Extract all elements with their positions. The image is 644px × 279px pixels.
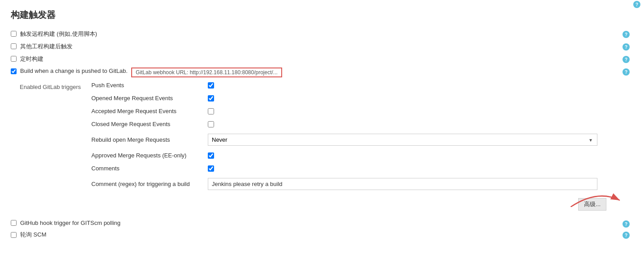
github-hook-help-icon[interactable]: ? bbox=[623, 220, 630, 228]
other-project-row: 其他工程构建后触发 ? bbox=[11, 42, 633, 51]
push-events-item: Push Events bbox=[91, 82, 633, 89]
opened-mr-label: Opened Merge Request Events bbox=[91, 95, 208, 101]
other-project-label: 其他工程构建后触发 bbox=[20, 42, 73, 51]
accepted-mr-item: Accepted Merge Request Events bbox=[91, 108, 633, 114]
scm-poll-label: 轮询 SCM bbox=[20, 231, 47, 239]
rebuild-mr-label: Rebuild open Merge Requests bbox=[91, 136, 208, 143]
github-hook-row: GitHub hook trigger for GITScm polling ? bbox=[11, 220, 633, 226]
approved-mr-checkbox[interactable] bbox=[208, 152, 214, 159]
closed-mr-checkbox[interactable] bbox=[208, 121, 214, 127]
accepted-mr-checkbox[interactable] bbox=[208, 108, 214, 114]
comment-regex-input[interactable] bbox=[208, 178, 597, 190]
page-title: 构建触发器 bbox=[11, 9, 633, 21]
gitlab-push-checkbox[interactable] bbox=[11, 68, 17, 74]
comment-regex-label: Comment (regex) for triggering a build bbox=[91, 181, 208, 187]
closed-mr-item: Closed Merge Request Events bbox=[91, 121, 633, 127]
comment-regex-help-icon[interactable]: ? bbox=[633, 1, 640, 8]
gitlab-triggers-section: Enabled GitLab triggers Push Events Open… bbox=[11, 82, 633, 196]
other-project-help-icon[interactable]: ? bbox=[623, 43, 630, 51]
github-hook-label: GitHub hook trigger for GITScm polling bbox=[20, 220, 120, 226]
scheduled-help-icon[interactable]: ? bbox=[623, 56, 630, 63]
gitlab-push-label: Build when a change is pushed to GitLab. bbox=[20, 68, 128, 74]
scheduled-label: 定时构建 bbox=[20, 55, 43, 63]
comments-checkbox[interactable] bbox=[208, 165, 214, 172]
accepted-mr-label: Accepted Merge Request Events bbox=[91, 108, 208, 114]
approved-mr-item: Approved Merge Requests (EE-only) bbox=[91, 152, 633, 159]
comment-regex-item: Comment (regex) for triggering a build ? bbox=[91, 178, 633, 190]
other-project-checkbox[interactable] bbox=[11, 43, 17, 49]
closed-mr-label: Closed Merge Request Events bbox=[91, 121, 208, 127]
approved-mr-label: Approved Merge Requests (EE-only) bbox=[91, 152, 208, 159]
scm-poll-checkbox[interactable] bbox=[11, 232, 17, 238]
rebuild-select[interactable]: Never On push to source branch On push t… bbox=[208, 134, 597, 146]
arrow-indicator bbox=[571, 185, 624, 207]
comment-row: ? bbox=[208, 178, 597, 190]
github-hook-checkbox[interactable] bbox=[11, 220, 17, 226]
scheduled-checkbox[interactable] bbox=[11, 56, 17, 62]
push-events-checkbox[interactable] bbox=[208, 82, 214, 89]
comments-item: Comments bbox=[91, 165, 633, 172]
scm-poll-row: 轮询 SCM ? bbox=[11, 231, 633, 239]
rebuild-mr-item: Rebuild open Merge Requests Never On pus… bbox=[91, 134, 633, 146]
remote-build-row: 触发远程构建 (例如,使用脚本) ? bbox=[11, 30, 633, 38]
comments-label: Comments bbox=[91, 165, 208, 172]
gitlab-push-help-icon[interactable]: ? bbox=[623, 68, 630, 76]
bottom-triggers: GitHub hook trigger for GITScm polling ?… bbox=[11, 220, 633, 239]
rebuild-select-wrapper: Never On push to source branch On push t… bbox=[208, 134, 597, 146]
webhook-url-box: GitLab webhook URL: http://192.168.11.18… bbox=[131, 68, 282, 77]
advanced-wrapper: 高级... bbox=[11, 198, 633, 211]
push-events-label: Push Events bbox=[91, 82, 208, 89]
opened-mr-checkbox[interactable] bbox=[208, 95, 214, 101]
remote-build-label: 触发远程构建 (例如,使用脚本) bbox=[20, 30, 97, 38]
scm-poll-help-icon[interactable]: ? bbox=[623, 232, 630, 239]
gitlab-push-row: Build when a change is pushed to GitLab.… bbox=[11, 68, 633, 77]
gitlab-section-label: Enabled GitLab triggers bbox=[11, 82, 91, 196]
scheduled-row: 定时构建 ? bbox=[11, 55, 633, 63]
opened-mr-item: Opened Merge Request Events bbox=[91, 95, 633, 101]
triggers-grid: Push Events Opened Merge Request Events … bbox=[91, 82, 633, 196]
remote-build-checkbox[interactable] bbox=[11, 31, 17, 37]
remote-build-help-icon[interactable]: ? bbox=[623, 31, 630, 38]
